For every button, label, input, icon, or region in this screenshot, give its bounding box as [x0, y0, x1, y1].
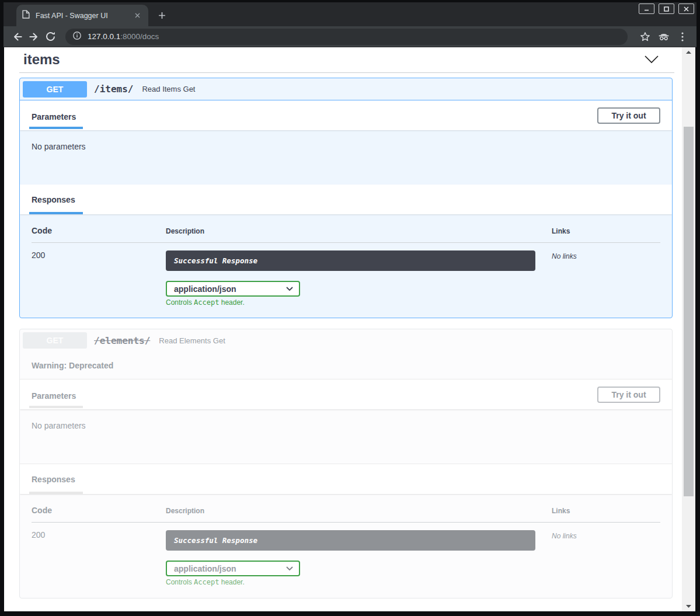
links-column-header: Links: [552, 227, 660, 235]
opblock-get-items: GET /items/ Read Items Get Parameters Tr…: [19, 78, 673, 318]
responses-label: Responses: [32, 185, 75, 214]
forward-button-icon[interactable]: [26, 29, 42, 45]
section-collapse-chevron-icon[interactable]: [644, 55, 659, 66]
parameters-header: Parameters Try it out: [20, 100, 672, 130]
response-code: 200: [32, 250, 166, 307]
swagger-content: items GET /items/ Read Items Get Paramet…: [4, 47, 682, 611]
browser-window: Fast API - Swagger UI: [0, 0, 700, 616]
no-parameters-text: No parameters: [32, 421, 86, 430]
response-description-box: Successful Response: [166, 530, 535, 551]
browser-toolbar: 127.0.0.1:8000/docs: [4, 26, 696, 47]
media-type-select[interactable]: application/json: [166, 561, 300, 576]
chevron-down-icon: [286, 566, 293, 571]
section-divider: [19, 72, 674, 73]
no-parameters-text: No parameters: [32, 142, 86, 151]
operation-path: /items/: [94, 83, 133, 95]
method-badge: GET: [23, 81, 87, 98]
tab-title: Fast API - Swagger UI: [36, 12, 132, 20]
reload-button-icon[interactable]: [42, 29, 58, 45]
response-links: No links: [552, 250, 660, 307]
responses-header: Responses: [20, 464, 672, 494]
controls-accept-note: Controls Accept header.: [166, 578, 552, 586]
url-bar[interactable]: 127.0.0.1:8000/docs: [65, 29, 628, 45]
back-button-icon[interactable]: [9, 29, 26, 45]
parameters-body: No parameters: [20, 130, 672, 185]
response-description-box: Successful Response: [166, 250, 535, 271]
response-row-200: 200 Successful Response application/json…: [32, 523, 660, 586]
bookmark-star-icon[interactable]: [637, 29, 653, 45]
deprecated-warning: Warning: Deprecated: [20, 351, 672, 379]
tab-strip: Fast API - Swagger UI: [4, 2, 696, 26]
description-column-header: Description: [166, 507, 552, 515]
page-viewport: items GET /items/ Read Items Get Paramet…: [4, 47, 695, 611]
media-type-select[interactable]: application/json: [166, 281, 300, 297]
try-it-out-button[interactable]: Try it out: [597, 107, 660, 124]
tab-close-icon[interactable]: [132, 11, 142, 21]
try-it-out-button[interactable]: Try it out: [597, 387, 660, 403]
code-column-header: Code: [32, 226, 166, 235]
method-badge: GET: [23, 332, 87, 349]
new-tab-button[interactable]: [154, 8, 169, 23]
site-info-icon[interactable]: [72, 31, 82, 43]
operation-summary: Read Elements Get: [159, 336, 225, 345]
responses-table-header: Code Description Links: [32, 226, 660, 243]
parameters-tab: Parameters: [32, 381, 76, 408]
parameters-tab: Parameters: [32, 102, 76, 129]
opblock-summary[interactable]: GET /elements/ Read Elements Get: [20, 329, 672, 351]
browser-tab[interactable]: Fast API - Swagger UI: [16, 5, 148, 26]
opblock-get-elements-deprecated: GET /elements/ Read Elements Get Warning…: [19, 329, 673, 598]
links-column-header: Links: [552, 507, 660, 515]
response-row-200: 200 Successful Response application/json…: [32, 243, 660, 307]
scrollbar-thumb[interactable]: [684, 127, 694, 496]
parameters-header: Parameters Try it out: [20, 379, 672, 409]
section-title: items: [23, 51, 60, 68]
scrollbar-down-arrow-icon[interactable]: [682, 605, 695, 608]
incognito-icon[interactable]: [656, 29, 672, 45]
code-column-header: Code: [32, 506, 166, 515]
responses-table-header: Code Description Links: [32, 506, 660, 523]
responses-body: Code Description Links 200 Successful Re…: [20, 214, 672, 318]
responses-label: Responses: [32, 465, 75, 494]
window-maximize-button[interactable]: [659, 4, 674, 14]
scrollbar-up-arrow-icon[interactable]: [682, 50, 695, 54]
parameters-body: No parameters: [20, 409, 672, 464]
window-controls: [639, 4, 694, 14]
responses-body: Code Description Links 200 Successful Re…: [20, 494, 672, 598]
response-code: 200: [32, 530, 166, 586]
window-minimize-button[interactable]: [639, 4, 654, 14]
operation-summary: Read Items Get: [142, 85, 195, 93]
responses-header: Responses: [20, 185, 672, 214]
opblock-summary[interactable]: GET /items/ Read Items Get: [20, 78, 672, 100]
browser-menu-icon[interactable]: [674, 29, 691, 45]
window-close-button[interactable]: [678, 4, 694, 14]
page-scrollbar[interactable]: [682, 47, 695, 611]
page-favicon-icon: [22, 10, 30, 21]
response-links: No links: [552, 530, 660, 586]
chevron-down-icon: [286, 287, 293, 291]
description-column-header: Description: [166, 227, 552, 235]
operation-path: /elements/: [94, 335, 150, 346]
controls-accept-note: Controls Accept header.: [166, 298, 552, 307]
url-text: 127.0.0.1:8000/docs: [88, 32, 159, 41]
